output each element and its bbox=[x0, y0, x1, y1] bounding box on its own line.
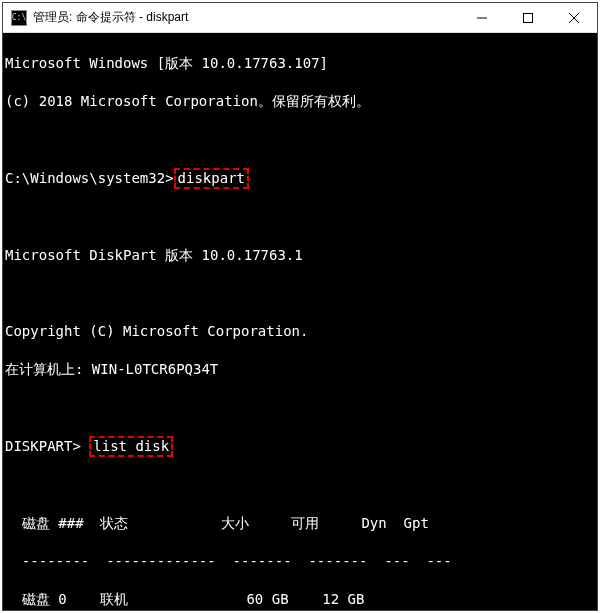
blank-line bbox=[5, 130, 597, 149]
output-line: (c) 2018 Microsoft Corporation。保留所有权利。 bbox=[5, 92, 597, 111]
table-rule: -------- ------------- ------- ------- -… bbox=[5, 552, 597, 571]
output-line: Microsoft DiskPart 版本 10.0.17763.1 bbox=[5, 246, 597, 265]
highlighted-command-diskpart: diskpart bbox=[174, 168, 249, 189]
table-row: 磁盘 0 联机 60 GB 12 GB bbox=[5, 590, 597, 609]
blank-line bbox=[5, 476, 597, 495]
terminal-output[interactable]: Microsoft Windows [版本 10.0.17763.107] (c… bbox=[3, 33, 597, 610]
output-line: 在计算机上: WIN-L0TCR6PQ34T bbox=[5, 360, 597, 379]
output-line: Microsoft Windows [版本 10.0.17763.107] bbox=[5, 54, 597, 73]
highlighted-command-list-disk: list disk bbox=[89, 436, 173, 457]
blank-line bbox=[5, 398, 597, 417]
titlebar[interactable]: C:\ 管理员: 命令提示符 - diskpart bbox=[3, 3, 597, 33]
svg-rect-1 bbox=[524, 13, 533, 22]
prompt-prefix: C:\Windows\system32> bbox=[5, 170, 174, 186]
minimize-icon bbox=[477, 13, 487, 23]
blank-line bbox=[5, 208, 597, 227]
maximize-button[interactable] bbox=[505, 3, 551, 33]
window-title: 管理员: 命令提示符 - diskpart bbox=[33, 9, 188, 26]
table-header: 磁盘 ### 状态 大小 可用 Dyn Gpt bbox=[5, 514, 597, 533]
maximize-icon bbox=[523, 13, 533, 23]
close-icon bbox=[569, 13, 579, 23]
output-line: Copyright (C) Microsoft Corporation. bbox=[5, 322, 597, 341]
prompt-line: C:\Windows\system32>diskpart bbox=[5, 168, 597, 189]
close-button[interactable] bbox=[551, 3, 597, 33]
blank-line bbox=[5, 284, 597, 303]
cmd-icon: C:\ bbox=[11, 10, 27, 26]
minimize-button[interactable] bbox=[459, 3, 505, 33]
prompt-line: DISKPART> list disk bbox=[5, 436, 597, 457]
prompt-prefix: DISKPART> bbox=[5, 438, 81, 454]
cmd-window: C:\ 管理员: 命令提示符 - diskpart Microsoft Wind… bbox=[2, 2, 598, 611]
